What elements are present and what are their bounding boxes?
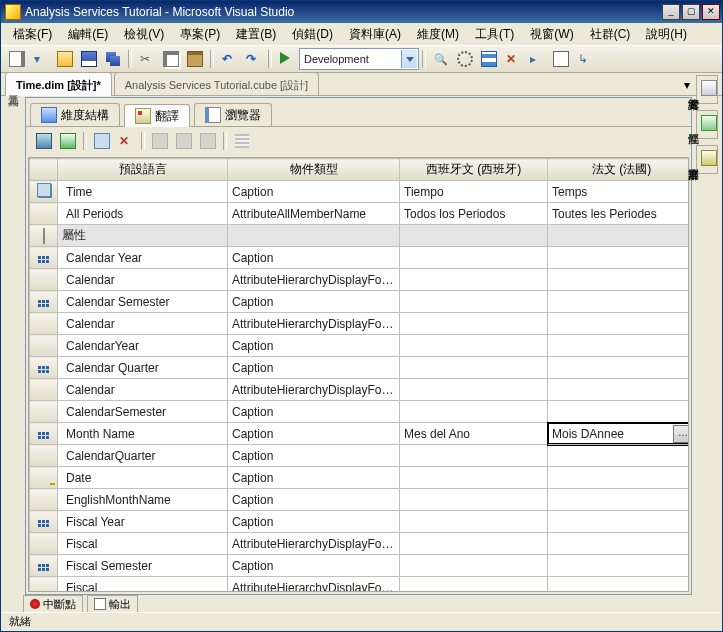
error-list-button[interactable] xyxy=(502,48,524,70)
cell-name[interactable]: Calendar xyxy=(58,313,228,335)
row-header[interactable] xyxy=(30,291,58,313)
cell-french[interactable] xyxy=(548,555,690,577)
row-header[interactable] xyxy=(30,401,58,423)
cell-spanish[interactable] xyxy=(400,445,548,467)
nav-forward-button[interactable] xyxy=(574,48,596,70)
process-button[interactable] xyxy=(33,130,55,152)
cell-french[interactable] xyxy=(548,577,690,593)
row-header[interactable] xyxy=(30,269,58,291)
cell-french[interactable] xyxy=(548,335,690,357)
cell-spanish[interactable] xyxy=(400,335,548,357)
row-header[interactable] xyxy=(30,577,58,593)
row-header[interactable] xyxy=(30,357,58,379)
menu-window[interactable]: 視窗(W) xyxy=(522,24,581,45)
redo-button[interactable] xyxy=(242,48,264,70)
cell-name[interactable]: Fiscal xyxy=(58,577,228,593)
new-project-dropdown[interactable] xyxy=(30,48,52,70)
cell-spanish[interactable] xyxy=(400,511,548,533)
row-header[interactable] xyxy=(30,203,58,225)
properties-window-button[interactable] xyxy=(454,48,476,70)
edit-ellipsis-button[interactable]: … xyxy=(673,425,689,443)
dock-deploy-progress[interactable]: 部署進度 xyxy=(696,145,718,174)
dock-solution-explorer[interactable]: 方案總管 xyxy=(696,75,718,104)
cell-spanish[interactable] xyxy=(400,489,548,511)
open-file-button[interactable] xyxy=(54,48,76,70)
tab-breakpoints[interactable]: 中斷點 xyxy=(23,595,83,614)
menu-project[interactable]: 專案(P) xyxy=(172,24,228,45)
cut-button[interactable] xyxy=(136,48,158,70)
cell-name[interactable]: All Periods xyxy=(58,203,228,225)
collapse-icon[interactable] xyxy=(43,228,45,244)
cell-french[interactable] xyxy=(548,225,690,247)
show-all-attributes-button[interactable] xyxy=(231,130,253,152)
cell-french[interactable] xyxy=(548,533,690,555)
cell-spanish[interactable] xyxy=(400,379,548,401)
col-header-default-lang[interactable]: 預設語言 xyxy=(58,159,228,181)
cell-spanish[interactable] xyxy=(400,533,548,555)
cell-spanish[interactable] xyxy=(400,291,548,313)
row-header[interactable] xyxy=(30,511,58,533)
find-button[interactable] xyxy=(430,48,452,70)
cell-name[interactable]: CalendarSemester xyxy=(58,401,228,423)
cell-french[interactable] xyxy=(548,511,690,533)
start-debug-button[interactable] xyxy=(276,48,298,70)
cell-spanish[interactable]: Tiempo xyxy=(400,181,548,203)
solution-config-combo[interactable]: Development xyxy=(299,48,419,70)
new-translation-button[interactable] xyxy=(91,130,113,152)
cell-name[interactable]: Fiscal xyxy=(58,533,228,555)
toolbox-autohide-tab[interactable]: 工具箱 xyxy=(5,87,21,131)
edit-caption-button[interactable] xyxy=(173,130,195,152)
save-button[interactable] xyxy=(78,48,100,70)
cell-name[interactable]: 屬性 xyxy=(58,225,228,247)
menu-help[interactable]: 說明(H) xyxy=(638,24,695,45)
cell-french[interactable]: Toutes les Periodes xyxy=(548,203,690,225)
cell-french[interactable] xyxy=(548,401,690,423)
row-header[interactable] xyxy=(30,247,58,269)
row-header[interactable] xyxy=(30,379,58,401)
cell-name[interactable]: CalendarYear xyxy=(58,335,228,357)
cell-spanish[interactable]: Todos los Periodos xyxy=(400,203,548,225)
row-header[interactable] xyxy=(30,489,58,511)
row-header[interactable] xyxy=(30,181,58,203)
cell-name[interactable]: Calendar Year xyxy=(58,247,228,269)
cell-spanish[interactable] xyxy=(400,225,548,247)
minimize-button[interactable]: _ xyxy=(662,4,680,20)
new-caption-button[interactable] xyxy=(149,130,171,152)
cell-french[interactable] xyxy=(548,379,690,401)
row-header[interactable] xyxy=(30,533,58,555)
maximize-button[interactable]: ▢ xyxy=(682,4,700,20)
row-header[interactable] xyxy=(30,467,58,489)
reconnect-button[interactable] xyxy=(57,130,79,152)
row-header[interactable] xyxy=(30,555,58,577)
menu-debug[interactable]: 偵錯(D) xyxy=(284,24,341,45)
cell-french[interactable] xyxy=(548,313,690,335)
menu-database[interactable]: 資料庫(A) xyxy=(341,24,409,45)
cell-name[interactable]: Month Name xyxy=(58,423,228,445)
paste-button[interactable] xyxy=(184,48,206,70)
menu-dimension[interactable]: 維度(M) xyxy=(409,24,467,45)
delete-caption-button[interactable] xyxy=(197,130,219,152)
menu-community[interactable]: 社群(C) xyxy=(582,24,639,45)
close-button[interactable]: ✕ xyxy=(702,4,720,20)
cell-name[interactable]: CalendarQuarter xyxy=(58,445,228,467)
cell-name[interactable]: Calendar Quarter xyxy=(58,357,228,379)
cell-spanish[interactable] xyxy=(400,555,548,577)
cell-name[interactable]: Calendar Semester xyxy=(58,291,228,313)
cell-french[interactable] xyxy=(548,467,690,489)
dock-properties[interactable]: 屬性 xyxy=(696,110,718,139)
subtab-dimension-structure[interactable]: 維度結構 xyxy=(30,103,120,126)
cell-name[interactable]: Fiscal Year xyxy=(58,511,228,533)
menu-edit[interactable]: 編輯(E) xyxy=(60,24,116,45)
cell-spanish[interactable] xyxy=(400,269,548,291)
subtab-browser[interactable]: 瀏覽器 xyxy=(194,103,272,126)
save-all-button[interactable] xyxy=(102,48,124,70)
cell-spanish[interactable]: Mes del Ano xyxy=(400,423,548,445)
col-header-spanish[interactable]: 西班牙文 (西班牙) xyxy=(400,159,548,181)
new-project-button[interactable] xyxy=(6,48,28,70)
row-header[interactable] xyxy=(30,335,58,357)
cell-french[interactable] xyxy=(548,489,690,511)
cell-french[interactable]: Mois DAnnee… xyxy=(548,423,690,445)
cell-french[interactable] xyxy=(548,445,690,467)
toolbox-button[interactable] xyxy=(550,48,572,70)
cell-spanish[interactable] xyxy=(400,467,548,489)
